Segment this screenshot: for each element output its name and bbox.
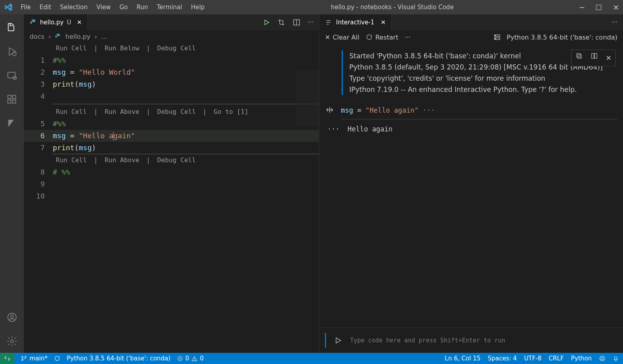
tab-interactive[interactable]: Interactive-1 ✕ [319, 14, 392, 30]
execute-icon[interactable] [334, 336, 342, 344]
more-actions-icon[interactable]: ··· [612, 19, 617, 26]
interactive-tabs: Interactive-1 ✕ ··· [319, 14, 623, 30]
tab-hello-py[interactable]: hello.py U ✕ [24, 14, 88, 30]
more-actions-icon[interactable]: ··· [405, 34, 411, 41]
code-line-3[interactable]: print(msg) [53, 78, 319, 90]
svg-rect-4 [8, 100, 11, 103]
code-line-4[interactable] [53, 90, 319, 102]
more-actions-icon[interactable]: ··· [308, 19, 313, 26]
tab-label: Interactive-1 [336, 19, 374, 26]
menu-edit[interactable]: Edit [40, 4, 51, 11]
svg-point-30 [601, 358, 601, 358]
codelens-cell-3[interactable]: Run Cell | Run Above | Debug Cell [53, 154, 319, 166]
minimap[interactable] [296, 70, 319, 126]
notifications-icon[interactable] [613, 355, 619, 362]
breadcrumbs[interactable]: docs › hello.py › ... [24, 30, 319, 42]
cell-code[interactable]: msg = "Hello again" ··· [341, 105, 435, 116]
accounts-icon[interactable] [6, 311, 18, 323]
explorer-icon[interactable] [6, 22, 18, 34]
interactive-input[interactable]: Type code here and press Shift+Enter to … [350, 337, 617, 344]
feedback-icon[interactable] [599, 355, 605, 362]
clear-all-button[interactable]: ✕ Clear All [325, 34, 359, 41]
status-interpreter[interactable]: Python 3.8.5 64-bit ('base': conda) [67, 355, 171, 362]
run-debug-icon[interactable] [6, 46, 18, 58]
menu-help[interactable]: Help [191, 4, 205, 11]
python-file-icon [55, 33, 61, 40]
maximize-icon[interactable]: ☐ [595, 3, 602, 12]
code-line-10[interactable] [53, 190, 319, 202]
activity-bar [0, 14, 24, 353]
banner-line: Type 'copyright', 'credits' or 'license'… [349, 73, 617, 84]
window-title: hello.py - notebooks - Visual Studio Cod… [213, 4, 572, 11]
vscode-logo-icon [4, 3, 13, 12]
status-cursor-position[interactable]: Ln 6, Col 15 [445, 355, 480, 362]
git-branch[interactable]: main* [21, 355, 48, 362]
output-collapse-icon[interactable]: ··· [327, 123, 340, 135]
breadcrumb-folder[interactable]: docs [30, 33, 44, 40]
svg-point-23 [22, 356, 23, 357]
tab-close-icon[interactable]: ✕ [381, 19, 386, 26]
svg-rect-5 [12, 100, 16, 103]
sync-icon[interactable] [54, 355, 60, 362]
delete-cell-icon[interactable]: ✕ [606, 52, 611, 64]
editor-tabs: hello.py U ✕ ··· [24, 14, 319, 30]
menu-selection[interactable]: Selection [60, 4, 88, 11]
code-line-2[interactable]: msg = "Hello World" [53, 66, 319, 78]
svg-rect-1 [8, 72, 16, 78]
code-line-5[interactable]: #%% [53, 118, 319, 130]
menu-bar: File Edit Selection View Go Run Terminal… [21, 4, 205, 11]
copy-icon[interactable] [575, 52, 583, 64]
tab-label: hello.py [40, 19, 64, 26]
code-line-8[interactable]: # %% [53, 166, 319, 178]
menu-terminal[interactable]: Terminal [157, 4, 182, 11]
minimize-icon[interactable]: ─ [580, 3, 584, 12]
expand-cell-icon[interactable] [326, 106, 334, 115]
cell-floating-toolbar: ✕ [571, 50, 616, 66]
run-file-icon[interactable] [263, 19, 270, 26]
status-eol[interactable]: CRLF [549, 355, 564, 362]
status-language[interactable]: Python [571, 355, 592, 362]
menu-go[interactable]: Go [119, 4, 128, 11]
code-editor[interactable]: Run Cell | Run Below | Debug Cell 1#%% 2… [24, 42, 319, 353]
extensions-icon[interactable] [6, 93, 18, 105]
menu-file[interactable]: File [21, 4, 31, 11]
codelens-cell-1[interactable]: Run Cell | Run Below | Debug Cell [53, 42, 319, 54]
status-problems[interactable]: 0 0 [177, 355, 204, 362]
svg-point-17 [495, 35, 496, 36]
codelens-cell-2[interactable]: Run Cell | Run Above | Debug Cell | Go t… [53, 104, 319, 118]
svg-point-31 [603, 358, 603, 358]
svg-point-8 [11, 315, 14, 318]
split-cell-icon[interactable] [591, 52, 598, 64]
compare-changes-icon[interactable] [277, 18, 285, 26]
interactive-output[interactable]: ✕ Started 'Python 3.8.5 64-bit ('base': … [319, 44, 623, 327]
menu-view[interactable]: View [96, 4, 111, 11]
status-encoding[interactable]: UTF-8 [524, 355, 541, 362]
code-line-9[interactable] [53, 178, 319, 190]
bookmark-icon[interactable] [6, 117, 18, 129]
breadcrumb-tail[interactable]: ... [101, 33, 107, 40]
code-line-7[interactable]: print(msg) [53, 142, 319, 154]
split-editor-icon[interactable] [293, 18, 301, 26]
remote-explorer-icon[interactable] [6, 70, 18, 82]
svg-rect-22 [595, 54, 597, 58]
python-file-icon [30, 19, 37, 26]
svg-point-24 [22, 359, 23, 360]
svg-point-18 [495, 38, 496, 39]
menu-run[interactable]: Run [137, 4, 148, 11]
text-cursor [113, 132, 113, 141]
svg-rect-19 [578, 55, 581, 58]
settings-gear-icon[interactable] [6, 335, 18, 347]
restart-button[interactable]: Restart [366, 34, 398, 41]
remote-indicator[interactable] [0, 353, 14, 364]
svg-point-29 [600, 356, 605, 361]
status-indentation[interactable]: Spaces: 4 [488, 355, 517, 362]
breadcrumb-file[interactable]: hello.py [65, 33, 90, 40]
tab-modified-badge: U [67, 19, 71, 26]
svg-rect-3 [8, 95, 11, 99]
banner-line: IPython 7.19.0 -- An enhanced Interactiv… [349, 84, 617, 95]
tab-close-icon[interactable]: ✕ [77, 19, 82, 26]
kernel-selector[interactable]: Python 3.8.5 64-bit ('base': conda) [507, 34, 617, 41]
code-line-6[interactable]: msg = "Hello again" [53, 130, 319, 142]
code-line-1[interactable]: #%% [53, 54, 319, 66]
close-icon[interactable]: ✕ [613, 3, 619, 12]
